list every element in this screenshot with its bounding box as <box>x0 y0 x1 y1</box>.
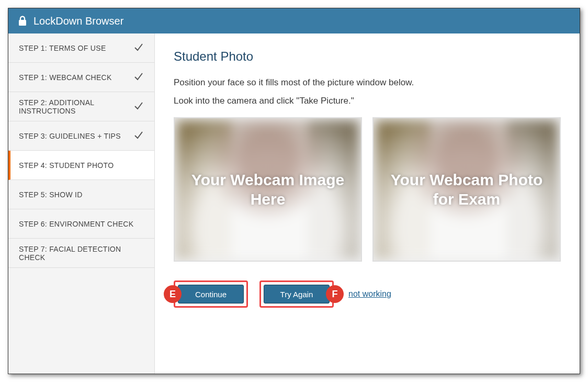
button-row: E Continue Try Again F not working <box>174 280 561 308</box>
continue-button[interactable]: Continue <box>178 285 244 304</box>
step-student-photo[interactable]: STEP 4: STUDENT PHOTO <box>8 151 154 180</box>
not-working-link[interactable]: not working <box>348 289 391 299</box>
callout-badge-f: F <box>326 285 344 303</box>
webcam-live-preview: Your Webcam Image Here <box>174 117 362 262</box>
step-additional-instructions[interactable]: STEP 2: ADDITIONAL INSTRUCTIONS <box>8 92 154 121</box>
step-show-id[interactable]: STEP 5: SHOW ID <box>8 180 154 209</box>
check-icon <box>133 100 144 113</box>
callout-f-wrap: Try Again F <box>259 280 334 308</box>
webcam-photo-label: Your Webcam Photo for Exam <box>374 118 560 261</box>
app-title: LockDown Browser <box>33 15 123 27</box>
callout-e-wrap: E Continue <box>174 280 248 308</box>
step-label: STEP 3: GUIDELINES + TIPS <box>19 132 121 140</box>
step-label: STEP 2: ADDITIONAL INSTRUCTIONS <box>19 98 133 115</box>
app-window: LockDown Browser STEP 1: TERMS OF USE ST… <box>8 8 580 374</box>
callout-badge-e: E <box>164 285 182 303</box>
try-again-button[interactable]: Try Again <box>264 285 330 304</box>
step-facial-detection-check[interactable]: STEP 7: FACIAL DETECTION CHECK <box>8 239 154 268</box>
step-label: STEP 1: WEBCAM CHECK <box>19 73 112 82</box>
step-webcam-check[interactable]: STEP 1: WEBCAM CHECK <box>8 63 154 92</box>
check-icon <box>133 71 144 83</box>
step-label: STEP 4: STUDENT PHOTO <box>19 161 114 170</box>
check-icon <box>133 42 144 54</box>
step-guidelines-tips[interactable]: STEP 3: GUIDELINES + TIPS <box>8 121 154 151</box>
instruction-text-1: Position your face so it fills most of t… <box>174 75 561 89</box>
webcam-live-label: Your Webcam Image Here <box>175 118 361 261</box>
lock-icon <box>18 16 27 26</box>
check-icon <box>133 130 144 142</box>
webcam-captured-photo: Your Webcam Photo for Exam <box>372 117 561 262</box>
step-label: STEP 6: ENVIRONMENT CHECK <box>19 220 133 228</box>
body: STEP 1: TERMS OF USE STEP 1: WEBCAM CHEC… <box>8 33 580 374</box>
svg-rect-0 <box>19 20 26 26</box>
titlebar: LockDown Browser <box>8 8 580 33</box>
main-content: Student Photo Position your face so it f… <box>155 33 580 374</box>
page-title: Student Photo <box>174 49 561 64</box>
step-environment-check[interactable]: STEP 6: ENVIRONMENT CHECK <box>8 209 154 239</box>
instruction-text-2: Look into the camera and click "Take Pic… <box>174 94 561 108</box>
step-terms-of-use[interactable]: STEP 1: TERMS OF USE <box>8 33 154 63</box>
step-label: STEP 1: TERMS OF USE <box>19 44 106 52</box>
step-label: STEP 7: FACIAL DETECTION CHECK <box>19 245 144 262</box>
step-label: STEP 5: SHOW ID <box>19 190 83 199</box>
sidebar: STEP 1: TERMS OF USE STEP 1: WEBCAM CHEC… <box>8 33 155 374</box>
webcam-row: Your Webcam Image Here Your Webcam Photo… <box>174 117 561 262</box>
